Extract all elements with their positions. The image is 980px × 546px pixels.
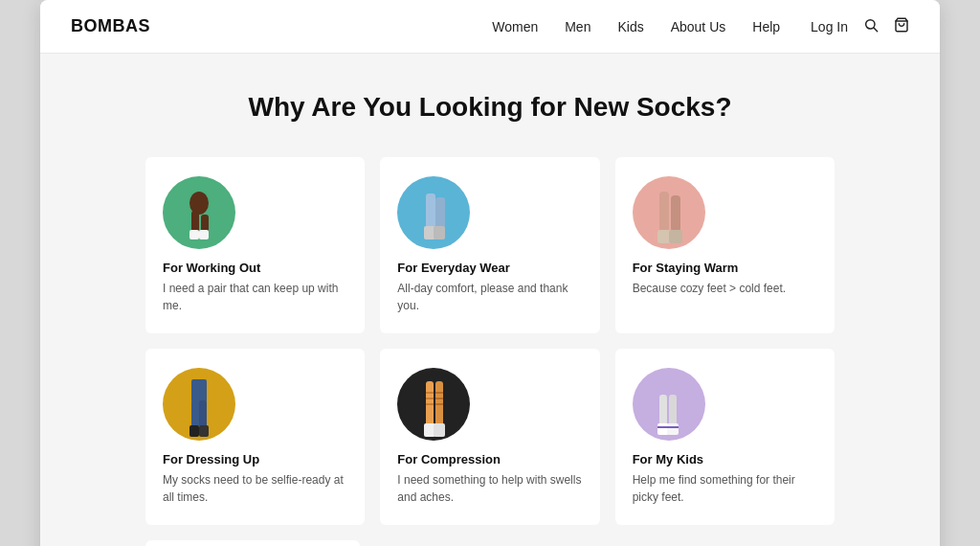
card-desc-everyday-wear: All-day comfort, please and thank you. xyxy=(397,280,582,314)
svg-rect-24 xyxy=(434,423,445,437)
card-title-working-out: For Working Out xyxy=(163,261,347,275)
card-staying-warm[interactable]: For Staying Warm Because cozy feet > col… xyxy=(615,157,835,333)
card-everyday-wear[interactable]: For Everyday Wear All-day comfort, pleas… xyxy=(380,157,599,333)
card-my-kids[interactable]: For My Kids Help me find something for t… xyxy=(615,349,835,525)
nav-kids[interactable]: Kids xyxy=(617,19,643,34)
svg-rect-4 xyxy=(191,211,199,232)
card-circle-my-kids xyxy=(633,368,705,441)
nav-right: Log In xyxy=(811,17,909,36)
card-circle-compression xyxy=(397,368,470,441)
card-circle-staying-warm xyxy=(633,176,705,249)
card-desc-working-out: I need a pair that can keep up with me. xyxy=(163,280,347,314)
nav-about-us[interactable]: About Us xyxy=(671,19,726,34)
card-compression[interactable]: For Compression I need something to help… xyxy=(380,349,599,525)
svg-rect-5 xyxy=(201,215,209,232)
card-not-sure[interactable]: ? I'm Not 100% Sure I just want some new… xyxy=(145,540,360,546)
cards-grid: For Working Out I need a pair that can k… xyxy=(145,157,835,525)
card-title-dressing-up: For Dressing Up xyxy=(163,452,347,466)
card-working-out[interactable]: For Working Out I need a pair that can k… xyxy=(145,157,365,333)
card-title-my-kids: For My Kids xyxy=(633,452,817,466)
card-desc-compression: I need something to help with swells and… xyxy=(397,471,582,506)
svg-rect-6 xyxy=(189,230,199,239)
navbar: BOMBAS Women Men Kids About Us Help Log … xyxy=(40,0,940,54)
nav-men[interactable]: Men xyxy=(565,19,590,34)
page-title: Why Are You Looking for New Socks? xyxy=(98,92,882,123)
browser-window: BOMBAS Women Men Kids About Us Help Log … xyxy=(40,0,940,546)
nav-links: Women Men Kids About Us Help xyxy=(492,18,780,35)
nav-women[interactable]: Women xyxy=(492,19,538,34)
svg-rect-15 xyxy=(669,230,682,243)
svg-rect-13 xyxy=(671,195,680,232)
svg-line-1 xyxy=(874,28,878,32)
svg-rect-20 xyxy=(199,425,209,437)
card-dressing-up[interactable]: For Dressing Up My socks need to be self… xyxy=(145,349,365,525)
card-desc-my-kids: Help me find something for their picky f… xyxy=(633,471,817,506)
svg-rect-32 xyxy=(669,395,677,425)
svg-rect-22 xyxy=(435,381,443,429)
svg-rect-14 xyxy=(657,230,671,243)
card-title-everyday-wear: For Everyday Wear xyxy=(397,261,582,275)
card-desc-dressing-up: My socks need to be selfie-ready at all … xyxy=(163,471,347,506)
search-icon[interactable] xyxy=(863,17,879,36)
card-circle-everyday-wear xyxy=(397,176,470,249)
svg-rect-11 xyxy=(434,226,445,239)
brand-logo[interactable]: BOMBAS xyxy=(71,16,150,36)
nav-help[interactable]: Help xyxy=(752,19,780,34)
svg-rect-31 xyxy=(659,395,667,425)
svg-rect-12 xyxy=(659,192,669,232)
login-link[interactable]: Log In xyxy=(811,19,848,34)
card-circle-working-out xyxy=(163,176,235,249)
svg-rect-8 xyxy=(426,193,435,228)
svg-rect-7 xyxy=(199,230,209,239)
card-desc-staying-warm: Because cozy feet > cold feet. xyxy=(633,280,817,297)
svg-rect-9 xyxy=(435,197,445,228)
svg-rect-34 xyxy=(667,423,679,435)
svg-point-3 xyxy=(189,192,209,215)
bag-icon[interactable] xyxy=(894,17,909,36)
card-circle-dressing-up xyxy=(163,368,235,441)
svg-rect-17 xyxy=(191,400,199,427)
svg-rect-18 xyxy=(199,400,207,427)
card-title-compression: For Compression xyxy=(397,452,582,466)
svg-rect-21 xyxy=(426,381,434,429)
svg-rect-16 xyxy=(191,379,207,402)
svg-rect-19 xyxy=(189,425,199,437)
card-title-staying-warm: For Staying Warm xyxy=(633,261,817,275)
main-content: Why Are You Looking for New Socks? xyxy=(40,54,940,546)
